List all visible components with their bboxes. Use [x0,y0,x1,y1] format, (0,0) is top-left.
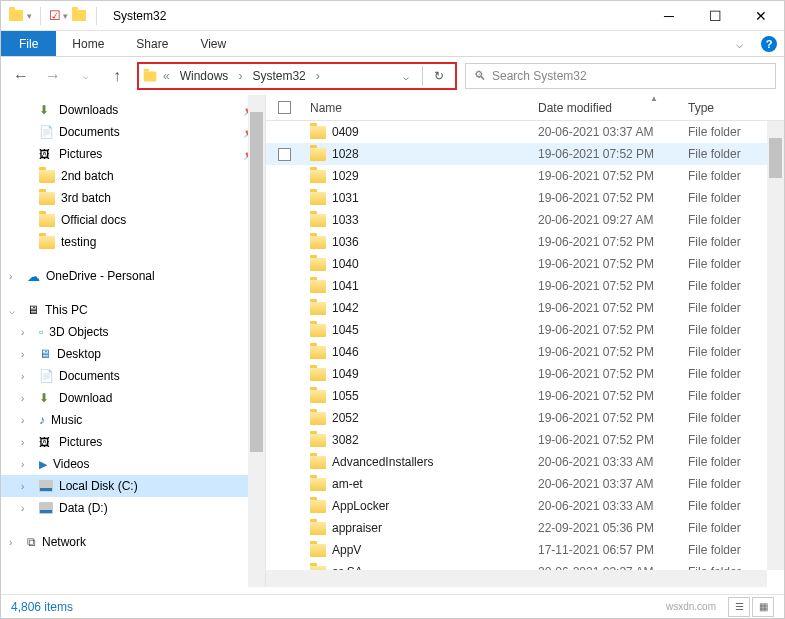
file-date: 17-11-2021 06:57 PM [538,543,688,557]
file-row[interactable]: 1042 19-06-2021 07:52 PM File folder [266,297,784,319]
file-row[interactable]: 1055 19-06-2021 07:52 PM File folder [266,385,784,407]
nav-tree: Downloads📌 Documents📌 Pictures📌 2nd batc… [1,95,265,587]
nav-back-button[interactable]: ← [9,64,33,88]
view-large-button[interactable]: ▦ [752,597,774,617]
qat-dropdown2-icon[interactable]: ▾ [63,11,68,21]
file-date: 19-06-2021 07:52 PM [538,389,688,403]
tree-pictures2[interactable]: ›Pictures [1,431,265,453]
disk-icon [39,480,53,492]
tree-desktop[interactable]: ›Desktop [1,343,265,365]
tree-network[interactable]: ›Network [1,531,265,553]
file-row[interactable]: 1031 19-06-2021 07:52 PM File folder [266,187,784,209]
column-headers: Name▲ Date modified Type [266,95,784,121]
tree-3d-objects[interactable]: ›3D Objects [1,321,265,343]
breadcrumb-system32[interactable]: System32 [248,69,309,83]
view-tab[interactable]: View [184,31,242,56]
download-icon [39,391,53,405]
tree-local-disk-c[interactable]: ›Local Disk (C:) [1,475,265,497]
tree-documents[interactable]: Documents📌 [1,121,265,143]
file-name: 1055 [332,389,359,403]
file-row[interactable]: 1036 19-06-2021 07:52 PM File folder [266,231,784,253]
address-dropdown-icon[interactable]: ⌵ [394,64,418,88]
view-details-button[interactable]: ☰ [728,597,750,617]
search-icon: 🔍︎ [474,69,486,83]
tree-data-d[interactable]: ›Data (D:) [1,497,265,519]
music-icon [39,413,45,427]
tree-3rd-batch[interactable]: 3rd batch [1,187,265,209]
nav-forward-button[interactable]: → [41,64,65,88]
file-date: 19-06-2021 07:52 PM [538,169,688,183]
qat-folder-icon[interactable] [70,7,88,25]
column-name[interactable]: Name▲ [302,101,538,115]
tree-scrollbar[interactable] [248,95,265,587]
file-row[interactable]: 1029 19-06-2021 07:52 PM File folder [266,165,784,187]
qat-properties-icon[interactable]: ☑ [49,8,61,23]
folder-icon [310,346,326,359]
tree-downloads2[interactable]: ›Download [1,387,265,409]
close-button[interactable]: ✕ [738,1,784,31]
ribbon-expand-icon[interactable]: ⌵ [724,31,754,56]
tree-2nd-batch[interactable]: 2nd batch [1,165,265,187]
file-row[interactable]: 3082 19-06-2021 07:52 PM File folder [266,429,784,451]
file-row[interactable]: appraiser 22-09-2021 05:36 PM File folde… [266,517,784,539]
column-date[interactable]: Date modified [538,101,688,115]
qat-dropdown-icon[interactable]: ▾ [27,11,32,21]
share-tab[interactable]: Share [120,31,184,56]
file-tab[interactable]: File [1,31,56,56]
pc-icon [27,303,39,317]
refresh-button[interactable]: ↻ [427,64,451,88]
file-date: 19-06-2021 07:52 PM [538,147,688,161]
file-row[interactable]: 1041 19-06-2021 07:52 PM File folder [266,275,784,297]
tree-this-pc[interactable]: ⌵This PC [1,299,265,321]
breadcrumb-overflow-icon[interactable]: « [161,69,172,83]
tree-videos[interactable]: ›Videos [1,453,265,475]
search-input[interactable]: 🔍︎ Search System32 [465,63,776,89]
file-row[interactable]: 1028 19-06-2021 07:52 PM File folder [266,143,784,165]
file-row[interactable]: AppV 17-11-2021 06:57 PM File folder [266,539,784,561]
file-vscrollbar[interactable] [767,121,784,570]
file-row[interactable]: 1040 19-06-2021 07:52 PM File folder [266,253,784,275]
folder-icon [310,192,326,205]
folder-icon [310,544,326,557]
tree-pictures[interactable]: Pictures📌 [1,143,265,165]
address-bar[interactable]: « Windows › System32 › ⌵ ↻ [137,62,457,90]
folder-icon [310,258,326,271]
file-row[interactable]: 1046 19-06-2021 07:52 PM File folder [266,341,784,363]
file-row[interactable]: AdvancedInstallers 20-06-2021 03:33 AM F… [266,451,784,473]
tree-music[interactable]: ›Music [1,409,265,431]
file-row[interactable]: 1049 19-06-2021 07:52 PM File folder [266,363,784,385]
folder-icon [39,214,55,227]
tree-official-docs[interactable]: Official docs [1,209,265,231]
help-button[interactable]: ? [754,31,784,56]
folder-icon [310,302,326,315]
cloud-icon [27,269,40,284]
disk-icon [39,502,53,514]
select-all-checkbox[interactable] [278,101,291,114]
file-row[interactable]: 1045 19-06-2021 07:52 PM File folder [266,319,784,341]
nav-up-button[interactable]: ↑ [105,64,129,88]
file-row[interactable]: 0409 20-06-2021 03:37 AM File folder [266,121,784,143]
row-checkbox[interactable] [278,148,291,161]
nav-recent-icon[interactable]: ⌵ [73,64,97,88]
tree-testing[interactable]: testing [1,231,265,253]
home-tab[interactable]: Home [56,31,120,56]
folder-icon [310,390,326,403]
maximize-button[interactable]: ☐ [692,1,738,31]
chevron-right-icon[interactable]: › [314,69,322,83]
minimize-button[interactable]: ─ [646,1,692,31]
file-row[interactable]: AppLocker 20-06-2021 03:33 AM File folde… [266,495,784,517]
tree-downloads[interactable]: Downloads📌 [1,99,265,121]
chevron-right-icon[interactable]: › [236,69,244,83]
folder-icon [310,434,326,447]
status-bar: 4,806 items wsxdn.com ☰ ▦ [1,594,784,618]
tree-documents2[interactable]: ›Documents [1,365,265,387]
file-row[interactable]: 2052 19-06-2021 07:52 PM File folder [266,407,784,429]
file-row[interactable]: 1033 20-06-2021 09:27 AM File folder [266,209,784,231]
file-row[interactable]: am-et 20-06-2021 03:37 AM File folder [266,473,784,495]
file-hscrollbar[interactable] [266,570,767,587]
column-type[interactable]: Type [688,101,784,115]
folder-icon [310,236,326,249]
file-name: 1046 [332,345,359,359]
breadcrumb-windows[interactable]: Windows [176,69,233,83]
tree-onedrive[interactable]: ›OneDrive - Personal [1,265,265,287]
